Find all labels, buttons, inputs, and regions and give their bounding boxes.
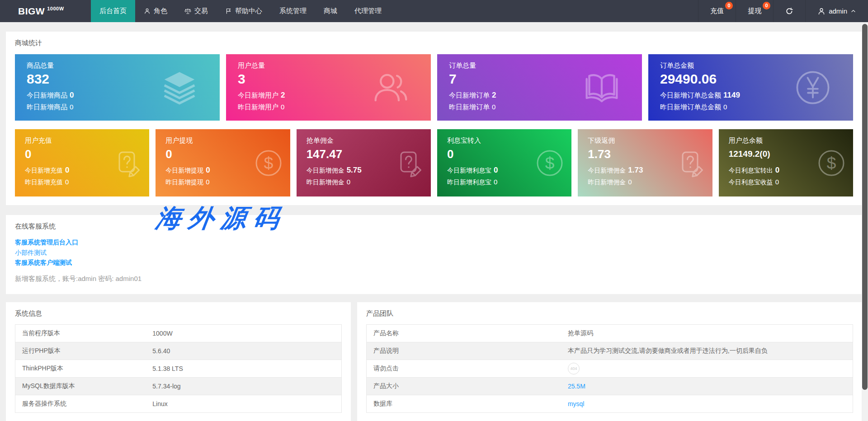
- card-line-yesterday: 昨日新增利息宝0: [447, 178, 571, 187]
- stat-card: 用户充值0今日新增充值0昨日新增充值0: [15, 129, 149, 196]
- table-row: 产品名称抢单源码: [367, 324, 853, 342]
- card-line-value: 0: [723, 103, 727, 111]
- nav-item-label: 代理管理: [354, 7, 382, 15]
- table-value-cell: 25.5M: [561, 377, 853, 395]
- card-line-yesterday: 今日利息宝收益0: [729, 178, 853, 187]
- user-menu[interactable]: admin: [805, 0, 868, 22]
- table-label: MySQL数据库版本: [15, 377, 146, 395]
- card-line-label: 昨日新增订单: [449, 103, 490, 111]
- doc-question-icon: [395, 149, 424, 178]
- table-value-cell: 5.1.38 LTS: [146, 360, 341, 377]
- nav-item-0[interactable]: 后台首页: [91, 0, 135, 22]
- 404-badge[interactable]: 404: [568, 363, 580, 374]
- system-info-title: 系统信息: [15, 309, 342, 318]
- nav-item-4[interactable]: 系统管理: [271, 0, 315, 22]
- nav-item-5[interactable]: 商城: [315, 0, 346, 22]
- table-row: 数据库mysql: [367, 395, 853, 412]
- recharge-badge: 0: [725, 2, 733, 9]
- table-value-link[interactable]: mysql: [568, 400, 585, 407]
- card-line-label: 昨日新增充值: [25, 178, 63, 186]
- nav-item-label: 帮助中心: [235, 7, 262, 15]
- card-line-value: 5.75: [347, 166, 362, 174]
- card-line-value: 0: [494, 178, 497, 186]
- card-line-yesterday: 昨日新增佣金0: [588, 178, 712, 187]
- card-line-label: 今日新增提现: [165, 167, 203, 174]
- stat-card: 抢单佣金147.47今日新增佣金5.75昨日新增佣金0: [297, 129, 431, 196]
- product-team-panel: 产品团队 产品名称抢单源码产品说明本产品只为学习测试交流,请勿要做商业或者用于违…: [357, 302, 862, 421]
- table-row: 产品说明本产品只为学习测试交流,请勿要做商业或者用于违法行为,一切后果自负: [367, 342, 853, 360]
- table-value-cell: 5.6.40: [146, 342, 341, 360]
- card-title: 用户提现: [165, 136, 290, 145]
- dollar-circle-icon: $: [254, 149, 283, 178]
- nav-item-1[interactable]: 角色: [135, 0, 176, 22]
- card-line-label: 今日新增利息宝: [447, 167, 491, 174]
- logo-version: 1000W: [47, 6, 64, 11]
- stats-cards-row2: 用户充值0今日新增充值0昨日新增充值0用户提现0今日新增提现0昨日新增提现0$抢…: [15, 129, 853, 196]
- username: admin: [829, 7, 847, 15]
- table-value-cell: 404: [561, 360, 853, 377]
- stats-cards-row1: 商品总量832今日新增商品0昨日新增商品0用户总量3今日新增用户2昨日新增用户0…: [15, 54, 853, 121]
- nav-item-2[interactable]: 交易: [176, 0, 217, 22]
- table-value-cell: Linux: [146, 395, 341, 412]
- card-title: 用户总余额: [729, 136, 853, 145]
- nav-item-3[interactable]: 帮助中心: [217, 0, 271, 22]
- nav-item-6[interactable]: 代理管理: [346, 0, 390, 22]
- table-value-cell: 5.7.34-log: [146, 377, 341, 395]
- service-section-title: 在线客服系统: [15, 222, 853, 231]
- doc-question-icon: [113, 149, 142, 178]
- table-row: 运行PHP版本5.6.40: [15, 342, 342, 360]
- table-value: 5.7.34-log: [152, 383, 180, 390]
- card-line-value: 0: [206, 166, 210, 174]
- stat-card: 利息宝转入0今日新增利息宝0昨日新增利息宝0$: [437, 129, 571, 196]
- card-line-label: 今日新增佣金: [588, 167, 626, 174]
- doc-question-icon: [676, 149, 705, 178]
- card-title: 用户充值: [25, 136, 149, 145]
- svg-text:$: $: [264, 154, 273, 172]
- service-link-2[interactable]: 客服系统客户端测试: [15, 257, 853, 268]
- card-line-label: 昨日新增佣金: [588, 178, 626, 186]
- recharge-button[interactable]: 充值 0: [698, 0, 736, 22]
- service-link-1[interactable]: 小部件测试: [15, 248, 853, 258]
- table-row: 服务器操作系统Linux: [15, 395, 342, 412]
- table-label-text: 运行PHP版本: [22, 347, 61, 354]
- table-label: 数据库: [367, 395, 561, 412]
- recharge-label: 充值: [710, 7, 724, 15]
- card-line-label: 昨日新增佣金: [307, 178, 344, 186]
- stat-card: 用户总量3今日新增用户2昨日新增用户0: [226, 54, 431, 121]
- card-line-value: 0: [65, 178, 69, 186]
- table-label: 产品名称: [367, 324, 561, 342]
- card-line-value: 0: [70, 91, 74, 99]
- table-row: 产品大小25.5M: [367, 377, 853, 395]
- card-title: 下级返佣: [588, 136, 712, 145]
- withdraw-badge: 0: [763, 2, 770, 9]
- table-row: MySQL数据库版本5.7.34-log: [15, 377, 342, 395]
- stat-card: 用户提现0今日新增提现0昨日新增提现0$: [156, 129, 290, 196]
- card-line-label: 昨日新增利息宝: [447, 178, 491, 186]
- card-title: 抢单佣金: [307, 136, 431, 145]
- card-line-label: 昨日新增订单总金额: [660, 103, 721, 111]
- scrollbar-thumb[interactable]: [862, 24, 868, 390]
- main-menu: 后台首页角色交易帮助中心系统管理商城代理管理: [91, 0, 390, 22]
- card-line-yesterday: 昨日新增提现0: [165, 178, 290, 187]
- nav-item-label: 后台首页: [99, 7, 127, 15]
- app-logo[interactable]: BIGW 1000W: [0, 0, 91, 22]
- table-label-text: MySQL数据库版本: [22, 382, 75, 389]
- table-value-link[interactable]: 25.5M: [568, 383, 585, 390]
- card-line-value: 2: [492, 91, 496, 99]
- card-line-label: 昨日新增商品: [27, 103, 67, 111]
- table-label: 产品大小: [367, 377, 561, 395]
- card-line-value: 0: [494, 166, 498, 174]
- service-link-0[interactable]: 客服系统管理后台入口: [15, 237, 853, 248]
- withdraw-button[interactable]: 提现 0: [736, 0, 773, 22]
- refresh-button[interactable]: [773, 0, 805, 22]
- table-value: 本产品只为学习测试交流,请勿要做商业或者用于违法行为,一切后果自负: [568, 347, 768, 354]
- card-line-value: 0: [65, 166, 69, 174]
- card-line-value: 0: [206, 178, 209, 186]
- vertical-scrollbar[interactable]: [862, 22, 868, 421]
- scales-icon: [184, 8, 191, 14]
- table-value: 5.6.40: [152, 347, 170, 355]
- card-line-label: 今日新增佣金: [307, 167, 344, 174]
- card-line-yesterday: 昨日新增充值0: [25, 178, 149, 187]
- table-value-cell: 本产品只为学习测试交流,请勿要做商业或者用于违法行为,一切后果自负: [561, 342, 853, 360]
- card-title: 利息宝转入: [447, 136, 571, 145]
